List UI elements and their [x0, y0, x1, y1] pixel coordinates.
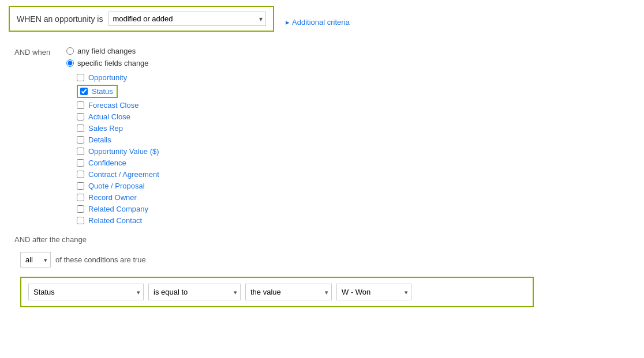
- related-company-checkbox[interactable]: [77, 205, 84, 213]
- actual-close-link[interactable]: Actual Close: [88, 112, 130, 121]
- related-contact-link[interactable]: Related Contact: [88, 216, 142, 225]
- filter-value-type-select[interactable]: the value a field value a relative value: [245, 284, 332, 300]
- checkbox-item-contract-agreement: Contract / Agreement: [77, 170, 159, 179]
- and-when-section: AND when any field changes specific fiel…: [9, 47, 635, 225]
- status-label[interactable]: Status: [92, 87, 113, 96]
- and-when-label: AND when: [14, 47, 55, 56]
- sales-rep-checkbox[interactable]: [77, 125, 84, 132]
- checkbox-item-opportunity: Opportunity: [77, 73, 159, 82]
- checkbox-item-related-contact: Related Contact: [77, 216, 159, 225]
- any-field-radio[interactable]: [66, 47, 74, 55]
- status-checkbox[interactable]: [80, 88, 88, 95]
- sales-rep-link[interactable]: Sales Rep: [88, 124, 123, 133]
- radio-any-field: any field changes: [66, 47, 159, 55]
- related-company-label[interactable]: Related Company: [88, 205, 148, 213]
- quote-proposal-checkbox[interactable]: [77, 182, 84, 190]
- record-owner-label[interactable]: Record Owner: [88, 193, 137, 202]
- details-link[interactable]: Details: [88, 135, 111, 144]
- all-select-wrapper: all any: [20, 252, 51, 267]
- opportunity-value-link[interactable]: Opportunity Value ($): [88, 147, 159, 156]
- checkbox-item-actual-close: Actual Close: [77, 112, 159, 121]
- actual-close-label[interactable]: Actual Close: [88, 112, 130, 121]
- opportunity-link[interactable]: Opportunity: [88, 73, 127, 82]
- checkbox-item-sales-rep: Sales Rep: [77, 124, 159, 133]
- when-label: WHEN an opportunity is: [17, 14, 103, 24]
- forecast-close-label[interactable]: Forecast Close: [88, 101, 138, 110]
- filter-value-type-wrapper: the value a field value a relative value: [245, 284, 332, 300]
- conditions-text: of these conditions are true: [55, 255, 146, 264]
- specific-fields-radio[interactable]: [66, 59, 74, 67]
- forecast-close-checkbox[interactable]: [77, 101, 84, 109]
- opportunity-value-label[interactable]: Opportunity Value ($): [88, 147, 159, 156]
- record-owner-link[interactable]: Record Owner: [88, 193, 137, 202]
- checkbox-item-record-owner: Record Owner: [77, 193, 159, 202]
- any-field-label[interactable]: any field changes: [77, 47, 136, 55]
- filter-operator-wrapper: is equal to is not equal to contains doe…: [148, 284, 241, 300]
- confidence-link[interactable]: Confidence: [88, 159, 126, 167]
- checkboxes-section: Opportunity Status Forecast Close: [66, 73, 159, 225]
- top-row: WHEN an opportunity is modified or added…: [9, 6, 635, 39]
- related-company-link[interactable]: Related Company: [88, 205, 148, 213]
- checkbox-item-confidence: Confidence: [77, 159, 159, 167]
- specific-fields-label[interactable]: specific fields change: [77, 59, 149, 67]
- details-checkbox[interactable]: [77, 136, 84, 144]
- checkbox-item-details: Details: [77, 135, 159, 144]
- record-owner-checkbox[interactable]: [77, 194, 84, 201]
- opportunity-checkbox[interactable]: [77, 74, 84, 81]
- filter-field-wrapper: Status Opportunity Forecast Close Actual…: [28, 284, 144, 300]
- and-after-section: AND after the change all any of these co…: [9, 235, 635, 307]
- additional-criteria-link[interactable]: Additional criteria: [286, 18, 350, 27]
- checkbox-item-related-company: Related Company: [77, 205, 159, 213]
- when-select-wrapper: modified or added added modified deleted: [108, 12, 266, 26]
- checkbox-item-forecast-close: Forecast Close: [77, 101, 159, 110]
- quote-proposal-link[interactable]: Quote / Proposal: [88, 182, 145, 190]
- forecast-close-link[interactable]: Forecast Close: [88, 101, 138, 110]
- confidence-label[interactable]: Confidence: [88, 159, 126, 167]
- related-contact-checkbox[interactable]: [77, 217, 84, 224]
- and-when-controls: any field changes specific fields change…: [66, 47, 159, 225]
- contract-agreement-link[interactable]: Contract / Agreement: [88, 170, 159, 179]
- filter-value-wrapper: W - Won L - Lost A - Active D - Dead: [336, 284, 411, 300]
- opportunity-label[interactable]: Opportunity: [88, 73, 127, 82]
- when-select[interactable]: modified or added added modified deleted: [108, 12, 266, 26]
- checkbox-item-status: Status: [77, 85, 118, 98]
- related-contact-label[interactable]: Related Contact: [88, 216, 142, 225]
- confidence-checkbox[interactable]: [77, 159, 84, 167]
- checkbox-item-quote-proposal: Quote / Proposal: [77, 182, 159, 190]
- details-label[interactable]: Details: [88, 135, 111, 144]
- status-link[interactable]: Status: [92, 87, 113, 96]
- and-after-label: AND after the change: [14, 235, 635, 244]
- opportunity-value-checkbox[interactable]: [77, 148, 84, 155]
- quote-proposal-label[interactable]: Quote / Proposal: [88, 182, 145, 190]
- contract-agreement-checkbox[interactable]: [77, 171, 84, 178]
- filter-operator-select[interactable]: is equal to is not equal to contains doe…: [148, 284, 241, 300]
- sales-rep-label[interactable]: Sales Rep: [88, 124, 123, 133]
- filter-field-select[interactable]: Status Opportunity Forecast Close Actual…: [28, 284, 144, 300]
- filter-value-select[interactable]: W - Won L - Lost A - Active D - Dead: [336, 284, 411, 300]
- filter-row: Status Opportunity Forecast Close Actual…: [20, 277, 534, 307]
- contract-agreement-label[interactable]: Contract / Agreement: [88, 170, 159, 179]
- checkbox-item-opportunity-value: Opportunity Value ($): [77, 147, 159, 156]
- radio-group: any field changes specific fields change: [66, 47, 159, 67]
- radio-specific-fields: specific fields change: [66, 59, 159, 67]
- when-row: WHEN an opportunity is modified or added…: [9, 6, 274, 32]
- all-select[interactable]: all any: [20, 252, 51, 267]
- conditions-row: all any of these conditions are true: [14, 252, 635, 267]
- actual-close-checkbox[interactable]: [77, 113, 84, 120]
